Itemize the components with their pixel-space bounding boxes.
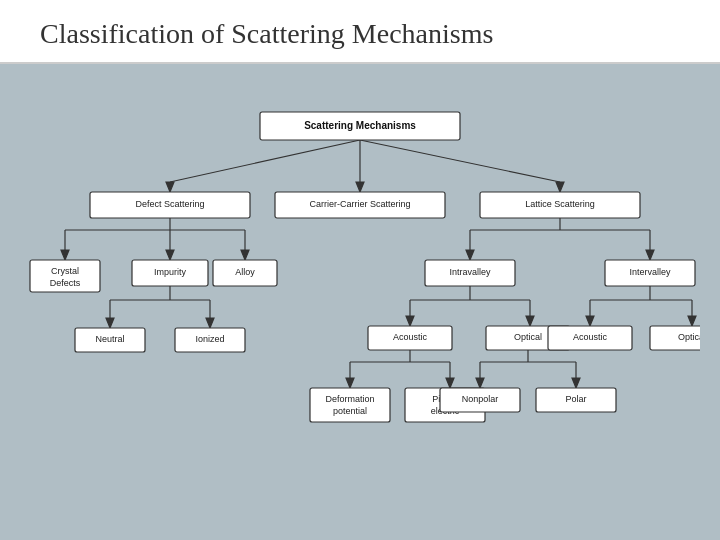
crystal-label2: Defects — [50, 278, 81, 288]
svg-marker-16 — [166, 250, 174, 260]
lattice-label: Lattice Scattering — [525, 199, 595, 209]
neutral-label: Neutral — [95, 334, 124, 344]
svg-marker-25 — [106, 318, 114, 328]
svg-marker-42 — [526, 316, 534, 326]
intravalley-label: Intravalley — [449, 267, 491, 277]
svg-line-0 — [170, 140, 360, 182]
svg-marker-15 — [61, 250, 69, 260]
svg-marker-41 — [406, 316, 414, 326]
ionized-label: Ionized — [195, 334, 224, 344]
acoustic1-label: Acoustic — [393, 332, 428, 342]
alloy-label: Alloy — [235, 267, 255, 277]
svg-rect-59 — [310, 388, 390, 422]
optical2-label: Optical — [678, 332, 700, 342]
deformation-label: Deformation — [325, 394, 374, 404]
polar-label: Polar — [565, 394, 586, 404]
impurity-label: Impurity — [154, 267, 187, 277]
diagram-svg: Scattering Mechanisms Defect Scattering … — [20, 102, 700, 502]
diagram-area: Scattering Mechanisms Defect Scattering … — [20, 102, 700, 502]
intervalley-label: Intervalley — [629, 267, 671, 277]
root-label: Scattering Mechanisms — [304, 120, 416, 131]
svg-marker-3 — [166, 182, 174, 192]
svg-marker-26 — [206, 318, 214, 328]
acoustic2-label: Acoustic — [573, 332, 608, 342]
crystal-label: Crystal — [51, 266, 79, 276]
svg-marker-57 — [346, 378, 354, 388]
carrier-label: Carrier-Carrier Scattering — [309, 199, 410, 209]
optical1-label: Optical — [514, 332, 542, 342]
svg-marker-34 — [646, 250, 654, 260]
svg-marker-50 — [688, 316, 696, 326]
nonpolar-label: Nonpolar — [462, 394, 499, 404]
svg-marker-17 — [241, 250, 249, 260]
svg-marker-66 — [572, 378, 580, 388]
slide-container: Classification of Scattering Mechanisms … — [0, 0, 720, 540]
deformation-label2: potential — [333, 406, 367, 416]
svg-line-2 — [360, 140, 560, 182]
slide-body: Scattering Mechanisms Defect Scattering … — [0, 64, 720, 540]
defect-label: Defect Scattering — [135, 199, 204, 209]
svg-marker-58 — [446, 378, 454, 388]
svg-marker-33 — [466, 250, 474, 260]
slide-header: Classification of Scattering Mechanisms — [0, 0, 720, 64]
svg-marker-65 — [476, 378, 484, 388]
svg-marker-5 — [556, 182, 564, 192]
slide-title: Classification of Scattering Mechanisms — [40, 18, 680, 50]
svg-marker-4 — [356, 182, 364, 192]
svg-marker-49 — [586, 316, 594, 326]
